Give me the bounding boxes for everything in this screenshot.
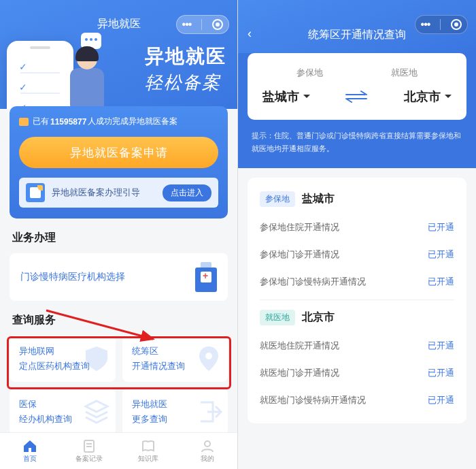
status-group-insured: 参保地 盐城市 参保地住院开通情况 已开通 参保地门诊开通情况 已开通 参保地门… [260, 182, 454, 295]
back-icon[interactable]: ‹ [248, 27, 252, 41]
group-badge: 参保地 [260, 191, 295, 207]
status-label: 参保地门诊慢特病开通情况 [260, 276, 366, 288]
status-value: 已开通 [428, 367, 454, 379]
status-label: 就医地住院开通情况 [260, 340, 339, 352]
hero-line1: 异地就医 [145, 44, 226, 69]
layers-icon [82, 397, 112, 427]
chevron-down-icon [445, 95, 452, 101]
close-miniprogram-icon[interactable] [212, 19, 223, 30]
bottom-tabbar: 首页 备案记录 知识库 我的 [0, 432, 237, 469]
status-value: 已开通 [428, 276, 454, 288]
status-value: 已开通 [428, 340, 454, 352]
records-icon [82, 439, 97, 453]
status-label: 参保地住院开通情况 [260, 221, 339, 233]
page-title: 异地就医 [97, 17, 141, 31]
status-label: 就医地门诊慢特病开通情况 [260, 394, 366, 406]
document-icon [26, 183, 45, 202]
status-value: 已开通 [428, 221, 454, 233]
book-icon [141, 439, 156, 453]
capsule-divider [440, 19, 441, 30]
insured-city-select[interactable]: 盐城市 [262, 88, 310, 105]
stat-number: 11595877 [50, 117, 86, 127]
guide-text: 异地就医备案办理引导 [52, 187, 163, 199]
treat-label: 就医地 [391, 67, 418, 79]
speaker-icon [19, 118, 29, 126]
location-card: 参保地 就医地 盐城市 北京市 [248, 53, 466, 120]
home-icon [22, 439, 37, 453]
group-city: 北京市 [302, 310, 335, 325]
query-item-network-hospital[interactable]: 异地联网 定点医药机构查询 [10, 336, 116, 382]
left-phone-screen: ••• 异地就医 异地就医 轻松备案 已有 11595877 人成功完成异地就医… [0, 0, 238, 469]
status-group-treat: 就医地 北京市 就医地住院开通情况 已开通 就医地门诊开通情况 已开通 就医地门… [260, 300, 454, 414]
apply-button[interactable]: 异地就医备案申请 [19, 137, 218, 168]
user-icon [200, 439, 215, 453]
more-icon[interactable]: ••• [421, 18, 430, 31]
business-item-label: 门诊慢特病医疗机构选择 [20, 271, 187, 283]
stat-suffix: 人成功完成异地就医备案 [88, 116, 177, 127]
tab-mine[interactable]: 我的 [178, 433, 237, 469]
section-title-query: 查询服务 [0, 301, 237, 336]
treat-city-select[interactable]: 北京市 [404, 88, 452, 105]
treat-city: 北京市 [404, 88, 441, 105]
status-row: 参保地门诊开通情况 已开通 [260, 241, 454, 268]
query-form-area: 参保地 就医地 盐城市 北京市 提示：住院、普通门诊或门诊慢特病跨省直接结算需要… [238, 53, 476, 168]
group-badge: 就医地 [260, 310, 295, 325]
tab-label: 我的 [201, 454, 214, 464]
svg-point-0 [205, 353, 212, 359]
swap-icon[interactable] [345, 90, 369, 103]
insured-city: 盐城市 [262, 88, 299, 105]
location-pin-icon [194, 344, 224, 374]
shield-search-icon [82, 344, 112, 374]
group-city: 盐城市 [302, 192, 335, 206]
exit-arrow-icon [194, 397, 224, 427]
miniprogram-capsule[interactable]: ••• [176, 15, 229, 34]
stat-prefix: 已有 [33, 116, 49, 127]
stat-announcement: 已有 11595877 人成功完成异地就医备案 [19, 116, 218, 127]
hero-slogan: 异地就医 轻松备案 [145, 44, 226, 95]
guide-enter-button[interactable]: 点击进入 [163, 184, 211, 201]
miniprogram-capsule[interactable]: ••• [415, 15, 468, 34]
capsule-divider [201, 19, 202, 30]
query-item-agency[interactable]: 医保 经办机构查询 [10, 389, 116, 435]
guide-row[interactable]: 异地就医备案办理引导 点击进入 [19, 178, 218, 208]
page-title: 统筹区开通情况查询 [308, 28, 406, 42]
hero-person-illustration [65, 46, 105, 109]
status-label: 参保地门诊开通情况 [260, 248, 339, 261]
hero-phone-illustration [7, 41, 73, 109]
status-row: 就医地门诊开通情况 已开通 [260, 359, 454, 387]
insured-label: 参保地 [296, 67, 323, 79]
tab-records[interactable]: 备案记录 [59, 433, 118, 469]
right-phone-screen: ••• ‹ 统筹区开通情况查询 参保地 就医地 盐城市 北京市 [238, 0, 476, 469]
status-value: 已开通 [428, 248, 454, 261]
query-item-more[interactable]: 异地就医 更多查询 [122, 389, 228, 435]
tab-label: 知识库 [138, 454, 158, 464]
tip-text: 提示：住院、普通门诊或门诊慢特病跨省直接结算需要参保地和就医地均开通相应服务。 [248, 120, 466, 155]
tab-knowledge[interactable]: 知识库 [119, 433, 178, 469]
main-action-card: 已有 11595877 人成功完成异地就医备案 异地就医备案申请 异地就医备案办… [10, 106, 228, 219]
tab-home[interactable]: 首页 [0, 433, 59, 469]
business-item-chronic[interactable]: 门诊慢特病医疗机构选择 [10, 253, 228, 301]
close-miniprogram-icon[interactable] [451, 19, 462, 30]
section-title-business: 业务办理 [0, 219, 237, 253]
hospital-icon [187, 262, 217, 292]
chevron-down-icon [303, 95, 310, 101]
hero-line2: 轻松备案 [145, 71, 226, 95]
status-row: 就医地门诊慢特病开通情况 已开通 [260, 387, 454, 414]
status-row: 参保地门诊慢特病开通情况 已开通 [260, 268, 454, 295]
more-icon[interactable]: ••• [182, 18, 192, 31]
status-label: 就医地门诊开通情况 [260, 367, 339, 379]
status-results-card: 参保地 盐城市 参保地住院开通情况 已开通 参保地门诊开通情况 已开通 参保地门… [248, 178, 466, 423]
status-row: 就医地住院开通情况 已开通 [260, 332, 454, 359]
status-value: 已开通 [428, 394, 454, 406]
query-item-region-status[interactable]: 统筹区 开通情况查询 [122, 336, 228, 382]
status-row: 参保地住院开通情况 已开通 [260, 214, 454, 241]
tab-label: 备案记录 [75, 454, 103, 464]
query-grid: 异地联网 定点医药机构查询 统筹区 开通情况查询 医保 经办机构查询 异地就医 … [10, 336, 228, 435]
tab-label: 首页 [23, 454, 37, 464]
svg-point-2 [205, 441, 210, 447]
